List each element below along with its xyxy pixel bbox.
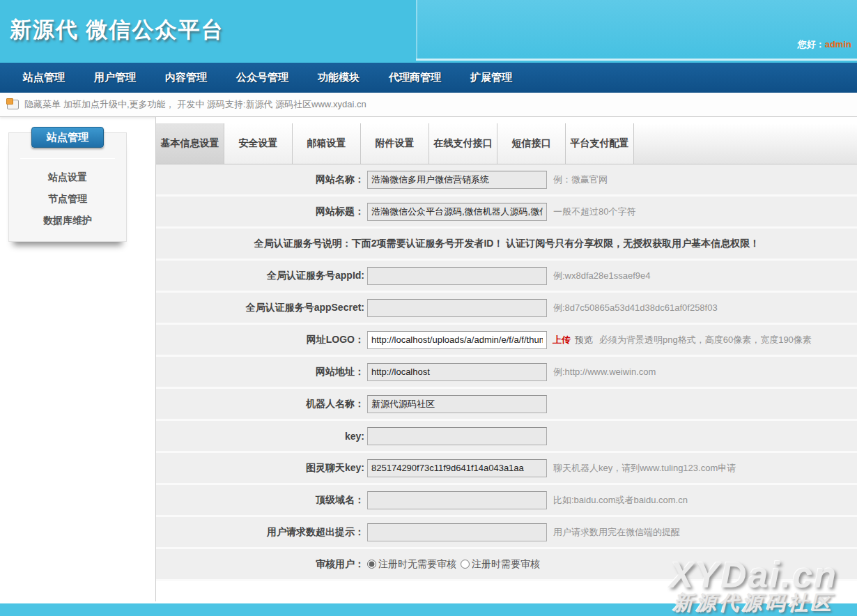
field-label: 网址LOGO： (156, 334, 367, 346)
notice-bar: 隐藏菜单 加班加点升级中,更多功能， 开发中 源码支持:新源代 源码社区www.… (0, 93, 857, 117)
notice-message: 加班加点升级中,更多功能， 开发中 源码支持:新源代 源码社区www.xydai… (63, 98, 366, 111)
text-input[interactable] (367, 299, 547, 317)
text-input[interactable] (367, 395, 547, 413)
radio-input[interactable] (367, 560, 376, 569)
notebook-icon (7, 100, 19, 109)
sidebar-panel: 站点设置节点管理数据库维护 (8, 132, 127, 242)
nav-item[interactable]: 站点管理 (23, 71, 65, 84)
text-input[interactable] (367, 331, 547, 349)
field-control: 例:http://www.weiwin.com (367, 363, 857, 381)
sidebar-title-button[interactable]: 站点管理 (31, 127, 104, 148)
sidebar-item[interactable]: 数据库维护 (9, 210, 126, 231)
field-control: 例：微赢官网 (367, 171, 857, 189)
header-right-panel (416, 0, 857, 59)
field-label: 用户请求数超出提示： (156, 526, 367, 539)
form-row: 全局认证服务号appId: 例:wx8dfa28e1ssaef9e4 (156, 261, 857, 293)
text-input[interactable] (367, 523, 547, 541)
field-label: 网站地址： (156, 366, 367, 378)
note-label: 全局认证服务号说明： (254, 238, 352, 249)
text-input[interactable] (367, 459, 547, 477)
field-label: 网站名称： (156, 174, 367, 186)
user-greeting: 您好：admin (798, 38, 851, 51)
sidebar-item[interactable]: 节点管理 (9, 188, 126, 210)
form-row: 图灵聊天key: 聊天机器人key，请到www.tuling123.com申请 (156, 453, 857, 485)
field-control (367, 427, 857, 445)
form-note-row: 全局认证服务号说明：下面2项需要认证服务号开发者ID！ 认证订阅号只有分享权限，… (156, 229, 857, 261)
field-label: 全局认证服务号appId: (156, 270, 367, 282)
top-nav: 站点管理用户管理内容管理公众号管理功能模块代理商管理扩展管理 (0, 63, 857, 93)
tab[interactable]: 基本信息设置 (156, 123, 224, 164)
tab[interactable]: 平台支付配置 (566, 123, 634, 164)
text-input[interactable] (367, 171, 547, 189)
nav-item[interactable]: 扩展管理 (470, 71, 512, 84)
field-hint: 必须为背景透明png格式，高度60像素，宽度190像素 (599, 334, 812, 346)
note-body: 下面2项需要认证服务号开发者ID！ 认证订阅号只有分享权限，无授权获取用户基本信… (352, 238, 760, 249)
field-hint: 例：微赢官网 (553, 174, 608, 186)
radio-label: 注册时需要审核 (472, 558, 540, 571)
footer-bar (0, 603, 857, 616)
form-row: 机器人名称： (156, 389, 857, 421)
text-input[interactable] (367, 363, 547, 381)
nav-item[interactable]: 公众号管理 (236, 71, 288, 84)
form-row: 网站名称： 例：微赢官网 (156, 164, 857, 197)
nav-item[interactable]: 用户管理 (94, 71, 136, 84)
upload-link[interactable]: 上传 (553, 334, 571, 346)
field-control: 例:wx8dfa28e1ssaef9e4 (367, 267, 857, 285)
field-label: 机器人名称： (156, 398, 367, 410)
form-radio-row: 审核用户： 注册时无需要审核注册时需要审核 (156, 549, 857, 581)
radio-option[interactable]: 注册时无需要审核 (367, 558, 456, 571)
tab[interactable]: 邮箱设置 (293, 123, 361, 164)
main-content: 基本信息设置安全设置邮箱设置附件设置在线支付接口短信接口平台支付配置 网站名称：… (155, 117, 857, 603)
field-label: 图灵聊天key: (156, 462, 367, 475)
text-input[interactable] (367, 491, 547, 509)
field-control (367, 395, 857, 413)
field-control: 用户请求数用完在微信端的提醒 (367, 523, 857, 541)
sidebar-menu: 站点设置节点管理数据库维护 (9, 167, 126, 231)
settings-form: 网站名称： 例：微赢官网 网站标题： 一般不超过80个字符 全局认证服务号说明：… (156, 164, 857, 581)
tab[interactable]: 短信接口 (497, 123, 566, 164)
field-hint: 例:8d7c50865a53d41d38dc61af0f258f03 (553, 302, 718, 314)
note-text: 全局认证服务号说明：下面2项需要认证服务号开发者ID！ 认证订阅号只有分享权限，… (254, 238, 760, 250)
tab[interactable]: 在线支付接口 (429, 123, 497, 164)
app-logo: 新源代 微信公众平台 (10, 15, 224, 45)
radio-option[interactable]: 注册时需要审核 (461, 558, 540, 571)
field-label: 顶级域名： (156, 494, 367, 507)
nav-item[interactable]: 代理商管理 (389, 71, 441, 84)
form-row: 全局认证服务号appSecret: 例:8d7c50865a53d41d38dc… (156, 293, 857, 325)
field-hint: 聊天机器人key，请到www.tuling123.com申请 (553, 462, 736, 475)
field-label: 审核用户： (156, 558, 367, 571)
tab[interactable]: 安全设置 (224, 123, 293, 164)
username-link[interactable]: admin (825, 39, 851, 49)
form-row: 顶级域名： 比如:baidu.com或者baidu.com.cn (156, 485, 857, 517)
field-label: 全局认证服务号appSecret: (156, 302, 367, 314)
form-row: 用户请求数超出提示： 用户请求数用完在微信端的提醒 (156, 517, 857, 549)
field-hint: 用户请求数用完在微信端的提醒 (553, 526, 680, 539)
form-row: 网站地址： 例:http://www.weiwin.com (156, 357, 857, 389)
field-hint: 一般不超过80个字符 (553, 206, 635, 218)
sidebar-item[interactable]: 站点设置 (9, 167, 126, 188)
sidebar-separator (20, 158, 115, 159)
text-input[interactable] (367, 267, 547, 285)
header: 新源代 微信公众平台 您好：admin (0, 0, 857, 63)
text-input[interactable] (367, 427, 547, 445)
field-label: 网站标题： (156, 206, 367, 218)
field-control: 一般不超过80个字符 (367, 203, 857, 221)
radio-group: 注册时无需要审核注册时需要审核 (367, 558, 857, 571)
form-row: 网站标题： 一般不超过80个字符 (156, 197, 857, 229)
form-row: key: (156, 421, 857, 453)
field-label: key: (156, 431, 367, 442)
preview-link[interactable]: 预览 (575, 334, 593, 346)
nav-item[interactable]: 内容管理 (165, 71, 207, 84)
radio-label: 注册时无需要审核 (378, 558, 456, 571)
field-control: 聊天机器人key，请到www.tuling123.com申请 (367, 459, 857, 477)
header-divider (416, 59, 857, 61)
tab-bar: 基本信息设置安全设置邮箱设置附件设置在线支付接口短信接口平台支付配置 (156, 123, 857, 164)
radio-input[interactable] (461, 560, 470, 569)
field-hint: 例:wx8dfa28e1ssaef9e4 (553, 270, 650, 282)
hide-menu-link[interactable]: 隐藏菜单 (24, 98, 61, 111)
nav-item[interactable]: 功能模块 (318, 71, 360, 84)
field-control: 比如:baidu.com或者baidu.com.cn (367, 491, 857, 509)
text-input[interactable] (367, 203, 547, 221)
tab-bar-filler (634, 123, 857, 164)
tab[interactable]: 附件设置 (361, 123, 429, 164)
